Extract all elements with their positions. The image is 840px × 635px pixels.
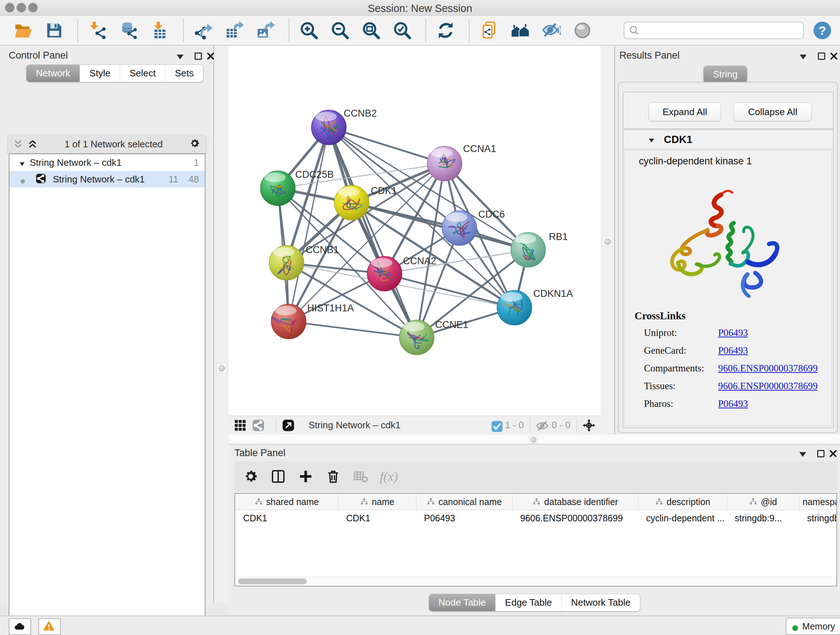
column-header-canonical-name[interactable]: canonical name: [416, 494, 512, 510]
share-document-icon[interactable]: [479, 20, 499, 41]
tab-select[interactable]: Select: [120, 65, 165, 82]
left-splitter[interactable]: [214, 46, 229, 603]
collapse-table-icon[interactable]: [797, 449, 808, 460]
collapse-panel-icon[interactable]: [175, 51, 186, 62]
horizontal-splitter[interactable]: [229, 434, 840, 445]
crosslink-link[interactable]: P06493: [718, 345, 748, 356]
column-header-name[interactable]: name: [338, 494, 416, 510]
network-node-HIST1H1A[interactable]: [271, 304, 306, 339]
collapse-all-networks-icon[interactable]: [13, 139, 24, 149]
network-options-gear-icon[interactable]: [189, 138, 202, 150]
table-cell[interactable]: stringdb: [799, 510, 837, 526]
node-details-header[interactable]: CDK1: [623, 130, 833, 149]
table-cell[interactable]: cyclin-dependent ...: [638, 510, 727, 526]
crosslink-link[interactable]: 9606.ENSP00000378699: [718, 363, 818, 374]
memory-button[interactable]: Memory: [786, 618, 840, 635]
float-results-icon[interactable]: [816, 51, 827, 62]
zoom-fit-icon[interactable]: [361, 20, 381, 41]
column-header-database-identifier[interactable]: database identifier: [512, 494, 638, 510]
network-edge[interactable]: [289, 321, 417, 337]
crosslink-link[interactable]: 9606.ENSP00000378699: [718, 380, 818, 392]
fit-content-crosshair-icon[interactable]: [583, 419, 595, 432]
table-row[interactable]: CDK1CDK1P064939606.ENSP00000378699cyclin…: [235, 510, 836, 526]
import-database-icon[interactable]: [118, 20, 139, 41]
network-canvas[interactable]: CCNB2CCNA1CDC25BCDK1CDC6RB1CCNB1CCNA2CDK…: [229, 46, 600, 416]
float-panel-icon[interactable]: [193, 51, 204, 62]
tab-sets[interactable]: Sets: [165, 65, 203, 82]
tab-network-table[interactable]: Network Table: [561, 594, 640, 611]
detach-view-icon[interactable]: [282, 419, 295, 432]
warnings-button[interactable]: [38, 618, 61, 635]
network-edge[interactable]: [329, 127, 445, 164]
network-node-CDC25B[interactable]: [261, 171, 295, 206]
import-network-icon[interactable]: [88, 20, 108, 41]
network-edge[interactable]: [289, 164, 445, 321]
search-input[interactable]: [643, 24, 799, 36]
table-horizontal-scrollbar[interactable]: [235, 577, 836, 586]
network-node-CDKN1A[interactable]: [497, 290, 532, 325]
save-icon[interactable]: [44, 20, 65, 41]
table-cell[interactable]: 9606.ENSP00000378699: [512, 510, 638, 526]
hidden-eye-slash-icon[interactable]: [536, 419, 548, 432]
close-results-icon[interactable]: [829, 51, 839, 62]
tab-node-table[interactable]: Node Table: [429, 594, 495, 611]
collapse-results-icon[interactable]: [798, 51, 808, 62]
column-header-description[interactable]: description: [638, 494, 727, 510]
network-row-selected[interactable]: String Network – cdk1 11 48: [9, 171, 205, 187]
network-node-CCNB1[interactable]: [269, 245, 304, 280]
network-node-RB1[interactable]: [511, 233, 546, 267]
show-details-icon[interactable]: [572, 20, 592, 41]
node-details-collapse-icon[interactable]: [647, 135, 656, 144]
export-network-icon[interactable]: [193, 20, 213, 41]
export-table-icon[interactable]: [224, 20, 245, 41]
close-table-icon[interactable]: [828, 448, 838, 459]
add-column-icon[interactable]: [297, 468, 314, 485]
table-cell[interactable]: stringdb:9...: [727, 510, 799, 526]
zoom-selected-icon[interactable]: [392, 20, 412, 41]
export-image-icon[interactable]: [256, 20, 276, 41]
birdseye-grid-icon[interactable]: [234, 419, 247, 432]
table-cell[interactable]: CDK1: [235, 510, 338, 526]
float-table-icon[interactable]: [815, 448, 826, 459]
network-node-CDK1[interactable]: [334, 185, 369, 220]
zoom-in-icon[interactable]: [299, 20, 319, 41]
refresh-icon[interactable]: [436, 20, 456, 41]
collapse-all-button[interactable]: Collapse All: [734, 103, 812, 121]
table-cell[interactable]: P06493: [416, 510, 512, 526]
tab-edge-table[interactable]: Edge Table: [495, 594, 561, 611]
tab-string[interactable]: String: [704, 66, 747, 83]
show-columns-icon[interactable]: [270, 468, 286, 485]
right-splitter[interactable]: [600, 46, 615, 434]
network-collection-row[interactable]: String Network – cdk1 1: [9, 154, 205, 171]
column-header-shared-name[interactable]: shared name: [235, 494, 338, 510]
homes-icon[interactable]: [510, 20, 531, 41]
scrollbar-thumb[interactable]: [238, 578, 307, 584]
zoom-out-icon[interactable]: [330, 20, 350, 41]
column-header-namespace[interactable]: namespace: [799, 494, 837, 510]
horizontal-splitter-grip[interactable]: [529, 435, 538, 444]
table-cell[interactable]: CDK1: [338, 510, 416, 526]
open-folder-icon[interactable]: [13, 20, 33, 41]
expand-all-networks-icon[interactable]: [27, 139, 38, 149]
crosslink-link[interactable]: P06493: [718, 398, 748, 409]
network-node-CCNA1[interactable]: [427, 146, 462, 181]
tab-style[interactable]: Style: [80, 65, 120, 82]
tab-network[interactable]: Network: [27, 65, 80, 82]
import-table-icon[interactable]: [150, 20, 170, 41]
network-node-CCNA2[interactable]: [367, 256, 402, 291]
column-header-@id[interactable]: @id: [727, 494, 799, 510]
network-node-CDC6[interactable]: [442, 211, 477, 245]
string-view-icon[interactable]: [252, 419, 265, 432]
hide-details-icon[interactable]: [541, 20, 561, 41]
left-splitter-grip[interactable]: [216, 363, 226, 373]
help-icon[interactable]: ?: [813, 21, 832, 40]
search-box[interactable]: [624, 22, 804, 39]
delete-column-icon[interactable]: [325, 468, 341, 485]
cloud-button[interactable]: [9, 618, 31, 635]
table-options-gear-icon[interactable]: [242, 468, 259, 485]
crosslink-link[interactable]: P06493: [718, 327, 748, 339]
network-node-CCNB2[interactable]: [311, 110, 346, 145]
expand-all-button[interactable]: Expand All: [649, 103, 721, 121]
network-node-CCNE1[interactable]: [399, 320, 434, 355]
right-splitter-grip[interactable]: [602, 236, 613, 247]
